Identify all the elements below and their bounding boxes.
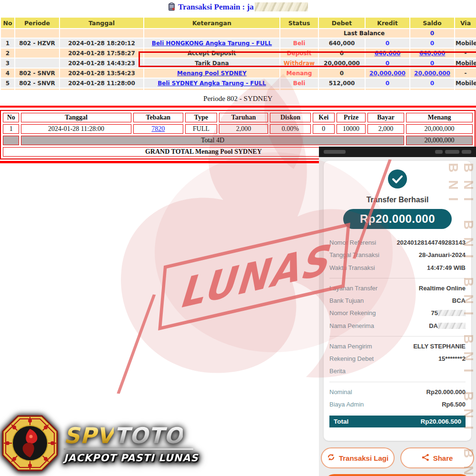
brand-divider — [64, 448, 193, 450]
kredit-link[interactable]: 640,000 — [375, 50, 401, 57]
cell-no: 5 — [1, 79, 14, 88]
tebakan-link[interactable]: 7820 — [151, 125, 165, 132]
field-row: Biaya Admin Rp6.500 — [329, 398, 466, 411]
col-tanggal: Tanggal — [60, 18, 143, 28]
cell-no: 3 — [1, 59, 14, 68]
field-value: Realtime Online — [392, 285, 466, 292]
transactions-table: No Periode Tanggal Keterangan Status Deb… — [0, 17, 476, 91]
table-filler-row — [1, 89, 476, 90]
cell-keterangan: Accept Deposit — [144, 49, 279, 58]
field-label: Layanan Transfer — [329, 285, 392, 292]
field-row: Layanan Transfer Realtime Online — [329, 282, 466, 295]
zodiac-wheel-icon — [1, 414, 59, 474]
col-no: No — [3, 113, 19, 122]
cell-bayar: 2,000 — [367, 124, 404, 134]
cell-tanggal: 2024-01-28 14:43:23 — [60, 59, 143, 68]
signal-icon — [435, 150, 443, 154]
cell-periode — [15, 49, 59, 58]
field-label: Berita — [329, 367, 392, 375]
brand-tagline: JACKPOT PASTI LUNAS — [64, 452, 198, 464]
divider — [329, 382, 466, 382]
field-row: Nominal Rp20.000.000 — [329, 386, 466, 398]
cell-debet: 640,000 — [319, 39, 365, 48]
censored-account-number — [438, 310, 466, 316]
field-label: Nama Penerima — [329, 322, 392, 330]
col-kei: Kei — [313, 113, 335, 122]
field-row: Nama Penerima DA — [329, 320, 466, 332]
total-4d-row: Total 4D 20,000,000 — [3, 136, 473, 145]
table-row-highlighted: 3 2024-01-28 14:43:23 Tarik Dana Withdra… — [1, 59, 476, 68]
cell-kredit: 0 — [366, 79, 409, 88]
success-check-icon — [329, 169, 466, 191]
receipt-fields: Nomor Referensi 20240128144749283143 Tan… — [329, 237, 466, 427]
col-tanggal: Tanggal — [21, 113, 131, 122]
total-value: Rp20.006.500 — [420, 418, 461, 425]
status-badge: Menang — [280, 69, 318, 78]
field-row: Berita — [329, 365, 466, 377]
field-row: Nama Pengirim ELLY STEPHANIE — [329, 340, 466, 353]
receipt-actions: Transaksi Lagi Share — [321, 447, 474, 468]
cell-via: - — [455, 69, 476, 78]
keterangan-link[interactable]: Menang Pool SYDNEY — [177, 70, 247, 77]
field-value: BCA — [392, 297, 466, 305]
page: Transaksi Pemain : ja No Periode Tanggal… — [0, 0, 476, 476]
field-value: Rp20.000.000 — [392, 388, 466, 396]
sydney-header-row: No Tanggal Tebakan Type Taruhan Diskon K… — [3, 113, 473, 122]
brand-name: SPVTOTO — [64, 425, 198, 446]
cell-tanggal: 2024-01-28 11:28:00 — [21, 124, 131, 134]
cell-debet: 0 — [319, 69, 365, 78]
col-no: No — [1, 18, 14, 28]
cell-saldo: 0 — [410, 79, 454, 88]
status-badge: Beli — [280, 39, 318, 48]
keterangan-link[interactable]: Beli HONGKONG Angka Tarung - FULL — [152, 40, 272, 47]
col-diskon: Diskon — [270, 113, 310, 122]
col-tebakan: Tebakan — [133, 113, 183, 122]
field-label: Nomor Referensi — [329, 239, 392, 247]
cell-via: Mobile — [455, 39, 476, 48]
cell-type: FULL — [185, 124, 217, 134]
cell-kredit: 0 — [366, 39, 409, 48]
share-button[interactable]: Share — [400, 447, 474, 468]
table-row: 1 802 - HZVR 2024-01-28 18:20:12 Beli HO… — [1, 39, 476, 48]
transaksi-lagi-button[interactable]: Transaksi Lagi — [321, 447, 395, 468]
periode-title: Periode 802 - SYDNEY — [0, 91, 476, 105]
saldo-link[interactable]: 20,000,000 — [414, 70, 450, 77]
cell-periode: 802 - SNVR — [15, 79, 59, 88]
total-4d-label: Total 4D — [21, 136, 404, 145]
col-keterangan: Keterangan — [144, 18, 279, 28]
field-value: ELLY STEPHANIE — [392, 343, 466, 350]
kredit-link[interactable]: 20,000,000 — [369, 70, 406, 77]
cell-periode: 802 - SNVR — [15, 69, 59, 78]
cell-debet: 20,000,000 — [319, 59, 365, 68]
col-kredit: Kredit — [366, 18, 409, 28]
status-badge: Withdraw — [280, 59, 318, 68]
status-time-blur — [324, 150, 346, 154]
page-title-text: Transaksi Pemain : ja — [178, 2, 254, 11]
cell-no: 4 — [1, 69, 14, 78]
battery-icon — [462, 150, 471, 154]
table-row: 4 802 - SNVR 2024-01-28 13:54:23 Menang … — [1, 69, 476, 78]
field-row: Tanggal Transaksi 28-Januari-2024 — [329, 249, 466, 261]
table-row: 2 2024-01-28 17:58:27 Accept Deposit Dep… — [1, 49, 476, 58]
field-value-redacted: DA — [392, 322, 466, 330]
field-label: Rekening Debet — [329, 355, 392, 363]
status-badge: Beli — [280, 79, 318, 88]
divider — [329, 336, 466, 337]
red-divider — [0, 106, 476, 108]
col-debet: Debet — [319, 18, 365, 28]
saldo-link[interactable]: 640,000 — [419, 50, 446, 57]
transaksi-lagi-label: Transaksi Lagi — [339, 454, 388, 462]
cell-debet: 512,000 — [319, 79, 365, 88]
keterangan-link[interactable]: Beli SYDNEY Angka Tarung - FULL — [158, 80, 266, 87]
brand-text: SPVTOTO JACKPOT PASTI LUNAS — [64, 425, 198, 464]
cell-tanggal: 2024-01-28 17:58:27 — [60, 49, 143, 58]
status-badge: Deposit — [280, 49, 318, 58]
primary-action-button[interactable] — [325, 474, 470, 476]
bank-receipt-panel: BNI BNI BNI BNI BNI BNI BNI BNI Transfer… — [319, 147, 476, 476]
censored-recipient-name — [438, 323, 466, 329]
last-balance-value: 0 — [410, 29, 454, 38]
cell-via: - — [455, 49, 476, 58]
field-value: 28-Januari-2024 — [392, 251, 466, 259]
field-label: Biaya Admin — [329, 401, 392, 408]
total-label: Total — [334, 418, 348, 425]
